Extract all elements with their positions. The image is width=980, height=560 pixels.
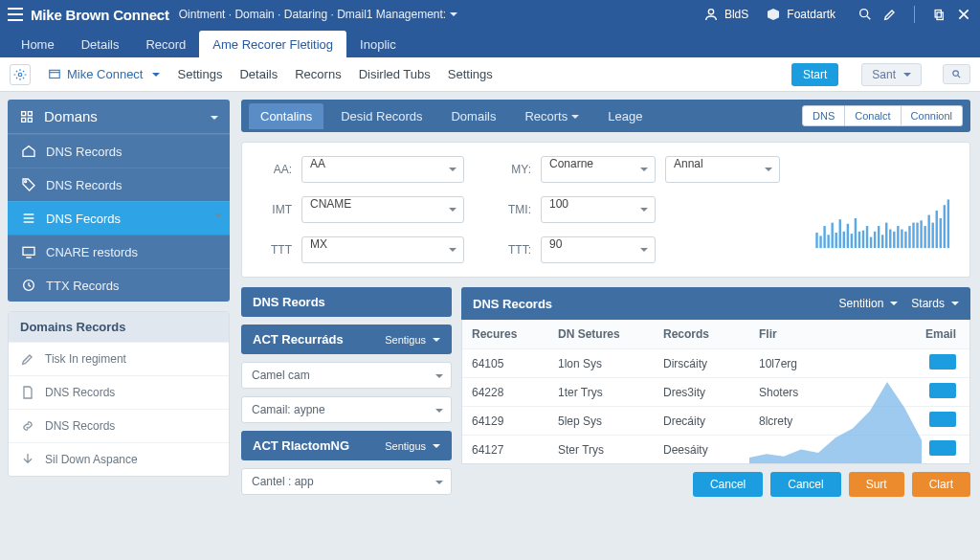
- svg-rect-29: [874, 232, 876, 248]
- toolbar-settings[interactable]: Settings: [177, 67, 222, 81]
- select-my[interactable]: Conarne: [541, 156, 656, 183]
- svg-rect-37: [904, 232, 906, 248]
- label-imt: IMT: [259, 203, 292, 216]
- pill-connionl[interactable]: Connionl: [902, 105, 963, 126]
- sort-search-icon[interactable]: [943, 64, 970, 84]
- email-badge[interactable]: [929, 412, 956, 427]
- svg-rect-43: [927, 215, 929, 249]
- ctab-domails[interactable]: Domails: [439, 103, 507, 129]
- svg-rect-19: [835, 233, 837, 248]
- email-badge[interactable]: [929, 354, 956, 370]
- svg-rect-18: [831, 223, 833, 248]
- select-my2[interactable]: Annal: [665, 156, 780, 183]
- pill-conalct[interactable]: Conalct: [845, 105, 901, 126]
- email-badge[interactable]: [929, 440, 956, 456]
- primary-tabs: Home Details Record Ame Recorer Fletitio…: [0, 29, 980, 57]
- svg-rect-42: [924, 226, 925, 248]
- form-card: AA:AA IMTCNAME TTTMX MY:ConarneAnnal TMI…: [241, 142, 970, 278]
- table-row[interactable]: 64127Ster TrysDeesáity: [462, 435, 969, 463]
- toolbar-details[interactable]: Details: [239, 67, 278, 81]
- svg-rect-38: [908, 226, 910, 248]
- sidebar2-item-1[interactable]: DNS Records: [9, 375, 229, 409]
- search-icon[interactable]: [857, 6, 874, 23]
- table-menu-sentition[interactable]: Sentition: [839, 297, 899, 310]
- svg-rect-7: [22, 111, 26, 115]
- pill-dns[interactable]: DNS: [802, 105, 845, 126]
- table-row[interactable]: 641051lon SysDirscáity10l7erg: [462, 348, 969, 377]
- svg-rect-40: [916, 223, 918, 248]
- user-menu[interactable]: BldS: [703, 7, 748, 22]
- sidebar-item-0[interactable]: DNS Records: [8, 134, 230, 168]
- select-tmi[interactable]: 100: [541, 196, 656, 223]
- sidebar-item-1[interactable]: DNS Records: [8, 168, 230, 201]
- toolbar-disabled[interactable]: Disirled Tubs: [359, 67, 431, 81]
- cancel-button-2[interactable]: Cancel: [770, 472, 840, 497]
- toolbar-recorns[interactable]: Recorns: [295, 67, 341, 81]
- sidebar-secondary: Domains Records Tisk In regimentDNS Reco…: [8, 311, 230, 477]
- svg-point-11: [25, 181, 27, 183]
- toolbar-settings2[interactable]: Settings: [448, 67, 493, 81]
- mini-select-2[interactable]: Camail: aypne: [241, 396, 452, 423]
- select-ttt[interactable]: MX: [301, 236, 464, 263]
- select-ttt2[interactable]: 90: [541, 236, 656, 263]
- sidebar2-item-3[interactable]: Sil Down Aspance: [9, 442, 229, 476]
- sidebar2-item-2[interactable]: DNS Records: [9, 409, 229, 442]
- act-rlactomng-head[interactable]: ACT RlactomNGSentigus: [241, 431, 452, 460]
- svg-rect-32: [885, 223, 887, 248]
- tab-inoplic[interactable]: Inoplic: [346, 31, 410, 57]
- label-ttt: TTT: [259, 243, 292, 257]
- table-menu-stards[interactable]: Stards: [911, 297, 959, 310]
- surt-button[interactable]: Surt: [849, 472, 904, 497]
- label-tmi: TMI:: [499, 203, 531, 216]
- tab-recorder[interactable]: Ame Recorer Fletitiog: [199, 31, 346, 57]
- dns-reords-head: DNS Reords: [241, 287, 452, 317]
- breadcrumb[interactable]: Ointment · Domain · Dataring · Dmail1 Ma…: [179, 8, 457, 21]
- sidebar-domains-header[interactable]: Domans: [8, 100, 230, 134]
- select-imt[interactable]: CNAME: [301, 196, 464, 223]
- table-row[interactable]: 642281ter TrysDres3ityShoters: [462, 377, 969, 406]
- form-col-right: MY:ConarneAnnal TMI:100 TTT:90: [499, 156, 780, 263]
- sort-button[interactable]: Sant: [861, 63, 922, 86]
- table-row[interactable]: 641295lep SysDrecáity8lcrety: [462, 406, 969, 435]
- clock-icon: [21, 278, 36, 293]
- pencil-icon: [20, 351, 35, 367]
- home-icon: [21, 144, 36, 159]
- close-icon[interactable]: [955, 6, 972, 23]
- copy-icon[interactable]: [930, 6, 947, 23]
- ctab-recorts[interactable]: Recorts: [513, 103, 590, 129]
- app-brand: Mike Brown Connect: [31, 7, 169, 23]
- svg-rect-34: [893, 232, 895, 248]
- svg-rect-30: [878, 226, 880, 248]
- cancel-button-1[interactable]: Cancel: [693, 472, 763, 497]
- divider: [914, 6, 915, 23]
- feedback-button[interactable]: Foatdartk: [766, 7, 835, 22]
- clart-button[interactable]: Clart: [912, 472, 970, 497]
- svg-rect-20: [839, 219, 841, 248]
- edit-icon[interactable]: [881, 6, 899, 23]
- sidebar2-item-0[interactable]: Tisk In regiment: [9, 342, 229, 375]
- bar-sparkline: [814, 175, 952, 263]
- ctab-contains[interactable]: Contalins: [249, 103, 323, 129]
- select-aa[interactable]: AA: [301, 156, 464, 183]
- sidebar-item-3[interactable]: CNARE restords: [8, 235, 230, 268]
- tab-home[interactable]: Home: [8, 31, 68, 57]
- mini-select-1[interactable]: Camel cam: [241, 362, 452, 389]
- email-badge[interactable]: [929, 383, 956, 398]
- sidebar-item-2[interactable]: DNS Fecords: [8, 201, 230, 235]
- mini-select-3[interactable]: Cantel : app: [241, 468, 452, 495]
- connect-dropdown[interactable]: Mike Connect: [48, 67, 160, 81]
- ctab-desid[interactable]: Desid Records: [329, 103, 434, 129]
- svg-point-6: [953, 71, 959, 77]
- start-button[interactable]: Start: [791, 63, 838, 86]
- label-aa: AA:: [259, 163, 292, 176]
- content-tabstrip: Contalins Desid Records Domails Recorts …: [241, 100, 970, 132]
- ctab-leage[interactable]: Leage: [596, 103, 654, 129]
- sidebar-item-4[interactable]: TTX Records: [8, 268, 230, 302]
- svg-rect-26: [862, 231, 864, 248]
- act-recurrads-head[interactable]: ACT RecurrádsSentigus: [241, 325, 452, 354]
- tab-record[interactable]: Record: [132, 31, 199, 57]
- gear-icon[interactable]: [10, 64, 31, 85]
- menu-icon[interactable]: [8, 8, 23, 21]
- view-pills: DNS Conalct Connionl: [802, 105, 963, 126]
- tab-details[interactable]: Details: [68, 31, 133, 57]
